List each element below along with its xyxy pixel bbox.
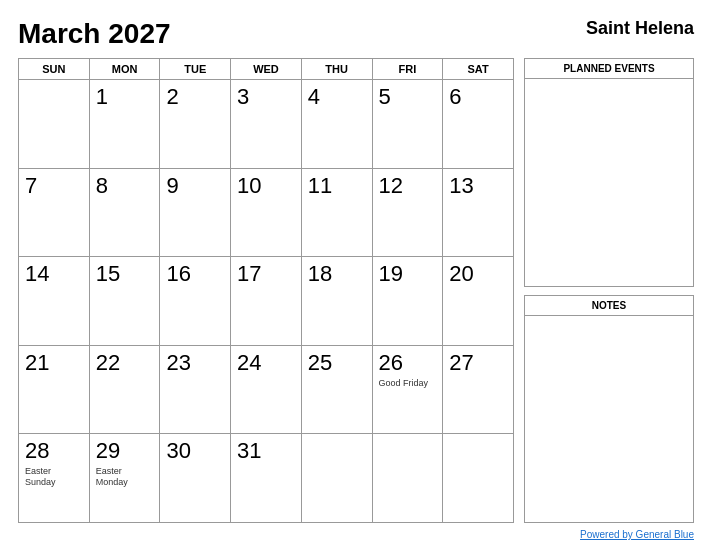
calendar-cell: 23	[160, 345, 231, 434]
calendar-cell: 28Easter Sunday	[19, 434, 90, 523]
calendar-cell: 14	[19, 257, 90, 346]
day-number: 20	[449, 261, 507, 287]
day-number: 2	[166, 84, 224, 110]
calendar-table: SUNMONTUEWEDTHUFRISAT 123456789101112131…	[18, 58, 514, 523]
day-event: Easter Monday	[96, 466, 154, 488]
days-header-row: SUNMONTUEWEDTHUFRISAT	[19, 59, 514, 80]
calendar-cell: 13	[443, 168, 514, 257]
planned-events-box: PLANNED EVENTS	[524, 58, 694, 287]
calendar-cell	[19, 80, 90, 169]
day-of-week-header: TUE	[160, 59, 231, 80]
day-of-week-header: SUN	[19, 59, 90, 80]
day-of-week-header: THU	[301, 59, 372, 80]
planned-events-content	[525, 79, 693, 286]
calendar-cell: 3	[231, 80, 302, 169]
day-number: 17	[237, 261, 295, 287]
calendar-cell: 15	[89, 257, 160, 346]
day-of-week-header: FRI	[372, 59, 443, 80]
day-number: 24	[237, 350, 295, 376]
calendar-cell	[301, 434, 372, 523]
day-number: 9	[166, 173, 224, 199]
month-title: March 2027	[18, 18, 171, 50]
calendar-cell: 4	[301, 80, 372, 169]
calendar-week-row: 14151617181920	[19, 257, 514, 346]
day-event: Good Friday	[379, 378, 437, 389]
calendar-cell: 31	[231, 434, 302, 523]
calendar-cell: 19	[372, 257, 443, 346]
day-number: 3	[237, 84, 295, 110]
calendar-cell: 9	[160, 168, 231, 257]
day-number: 14	[25, 261, 83, 287]
day-number: 26	[379, 350, 437, 376]
calendar-cell	[372, 434, 443, 523]
day-number: 7	[25, 173, 83, 199]
calendar-cell: 27	[443, 345, 514, 434]
calendar-cell: 21	[19, 345, 90, 434]
day-of-week-header: SAT	[443, 59, 514, 80]
calendar-cell: 16	[160, 257, 231, 346]
day-number: 19	[379, 261, 437, 287]
day-number: 22	[96, 350, 154, 376]
day-number: 28	[25, 438, 83, 464]
day-of-week-header: MON	[89, 59, 160, 80]
calendar-cell: 18	[301, 257, 372, 346]
footer: Powered by General Blue	[18, 529, 694, 540]
calendar-section: SUNMONTUEWEDTHUFRISAT 123456789101112131…	[18, 58, 514, 523]
day-number: 10	[237, 173, 295, 199]
day-number: 1	[96, 84, 154, 110]
calendar-cell: 8	[89, 168, 160, 257]
calendar-cell: 25	[301, 345, 372, 434]
day-number: 25	[308, 350, 366, 376]
page: March 2027 Saint Helena SUNMONTUEWEDTHUF…	[0, 0, 712, 550]
calendar-cell: 20	[443, 257, 514, 346]
calendar-cell: 30	[160, 434, 231, 523]
day-number: 5	[379, 84, 437, 110]
day-event: Easter Sunday	[25, 466, 83, 488]
calendar-cell: 26Good Friday	[372, 345, 443, 434]
header: March 2027 Saint Helena	[18, 18, 694, 50]
calendar-week-row: 28Easter Sunday29Easter Monday3031	[19, 434, 514, 523]
notes-label: NOTES	[525, 296, 693, 316]
calendar-week-row: 78910111213	[19, 168, 514, 257]
day-number: 31	[237, 438, 295, 464]
day-number: 15	[96, 261, 154, 287]
day-of-week-header: WED	[231, 59, 302, 80]
calendar-cell: 29Easter Monday	[89, 434, 160, 523]
day-number: 4	[308, 84, 366, 110]
day-number: 12	[379, 173, 437, 199]
calendar-cell: 11	[301, 168, 372, 257]
day-number: 29	[96, 438, 154, 464]
day-number: 30	[166, 438, 224, 464]
notes-content	[525, 316, 693, 523]
day-number: 16	[166, 261, 224, 287]
calendar-cell: 10	[231, 168, 302, 257]
calendar-cell: 6	[443, 80, 514, 169]
main-content: SUNMONTUEWEDTHUFRISAT 123456789101112131…	[18, 58, 694, 523]
powered-by-link[interactable]: Powered by General Blue	[580, 529, 694, 540]
calendar-cell: 22	[89, 345, 160, 434]
calendar-cell: 17	[231, 257, 302, 346]
region-title: Saint Helena	[586, 18, 694, 39]
calendar-cell: 1	[89, 80, 160, 169]
day-number: 6	[449, 84, 507, 110]
calendar-cell: 5	[372, 80, 443, 169]
day-number: 27	[449, 350, 507, 376]
calendar-cell: 24	[231, 345, 302, 434]
notes-box: NOTES	[524, 295, 694, 524]
day-number: 23	[166, 350, 224, 376]
day-number: 11	[308, 173, 366, 199]
calendar-cell	[443, 434, 514, 523]
calendar-cell: 12	[372, 168, 443, 257]
day-number: 21	[25, 350, 83, 376]
day-number: 8	[96, 173, 154, 199]
calendar-cell: 2	[160, 80, 231, 169]
day-number: 18	[308, 261, 366, 287]
calendar-week-row: 123456	[19, 80, 514, 169]
calendar-cell: 7	[19, 168, 90, 257]
day-number: 13	[449, 173, 507, 199]
calendar-week-row: 212223242526Good Friday27	[19, 345, 514, 434]
planned-events-label: PLANNED EVENTS	[525, 59, 693, 79]
sidebar: PLANNED EVENTS NOTES	[524, 58, 694, 523]
